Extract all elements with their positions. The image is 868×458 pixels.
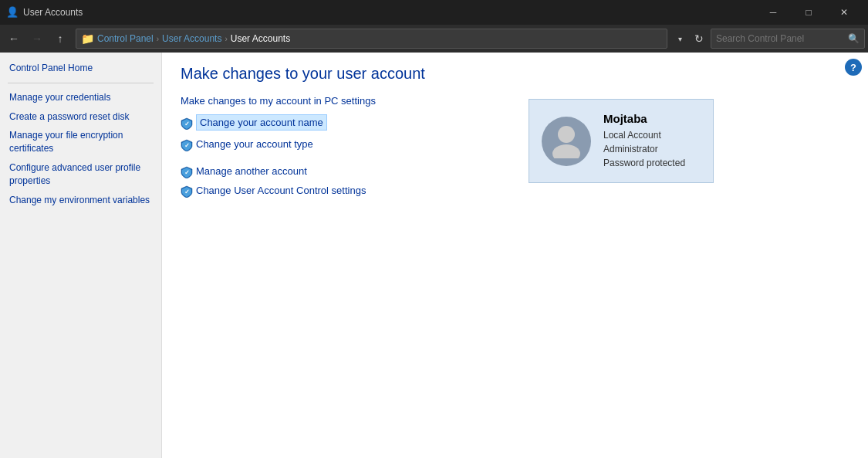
address-field: 📁 Control Panel › User Accounts › User A…	[76, 29, 667, 49]
forward-button[interactable]: →	[26, 28, 48, 49]
manage-another-account-link[interactable]: Manage another account	[196, 165, 307, 177]
shield-icon-4: ✓	[181, 185, 193, 198]
pc-settings-row: Make changes to my account in PC setting…	[181, 95, 849, 110]
search-box[interactable]: 🔍	[711, 29, 865, 49]
uac-settings-row: ✓ Change User Account Control settings	[181, 185, 849, 199]
svg-text:✓: ✓	[184, 142, 190, 149]
title-bar-text: User Accounts	[23, 7, 755, 18]
profile-name: Mojtaba	[603, 112, 685, 125]
search-icon: 🔍	[848, 33, 860, 44]
profile-local-account: Local Account	[603, 128, 685, 142]
window-controls: ─ □ ✕	[755, 0, 862, 25]
uac-settings-link[interactable]: Change User Account Control settings	[196, 185, 366, 196]
pc-settings-link[interactable]: Make changes to my account in PC setting…	[181, 95, 376, 107]
other-actions-group: ✓ Manage another account ✓ Change User A…	[181, 165, 849, 199]
back-button[interactable]: ←	[3, 28, 25, 49]
svg-text:✓: ✓	[184, 188, 190, 195]
title-bar: 👤 User Accounts ─ □ ✕	[0, 0, 868, 25]
profile-info: Mojtaba Local Account Administrator Pass…	[603, 112, 685, 170]
shield-icon-1: ✓	[181, 117, 193, 130]
sidebar-manage-credentials[interactable]: Manage your credentials	[0, 88, 161, 107]
sidebar-environment-variables[interactable]: Change my environment variables	[0, 191, 161, 210]
app-icon: 👤	[6, 6, 19, 19]
shield-icon-3: ✓	[181, 166, 193, 178]
avatar-icon	[551, 124, 582, 158]
change-account-type-row: ✓ Change your account type	[181, 138, 849, 153]
up-button[interactable]: ↑	[49, 28, 71, 49]
svg-point-5	[552, 144, 580, 158]
sidebar-divider	[8, 83, 154, 83]
address-dropdown[interactable]: ▾	[672, 29, 687, 49]
search-input[interactable]	[716, 33, 848, 44]
shield-icon-2: ✓	[181, 139, 193, 151]
svg-point-4	[558, 126, 575, 143]
profile-card: Mojtaba Local Account Administrator Pass…	[529, 99, 714, 183]
main-area: Control Panel Home Manage your credentia…	[0, 53, 868, 458]
page-title: Make changes to your user account	[181, 65, 849, 83]
sidebar: Control Panel Home Manage your credentia…	[0, 53, 162, 458]
change-account-name-link[interactable]: Change your account name	[196, 114, 327, 131]
close-button[interactable]: ✕	[826, 0, 862, 25]
svg-text:✓: ✓	[184, 169, 190, 176]
sidebar-file-encryption[interactable]: Manage your file encryption certificates	[0, 126, 161, 158]
refresh-button[interactable]: ↻	[689, 29, 709, 49]
svg-text:✓: ✓	[184, 120, 190, 127]
avatar	[542, 117, 591, 166]
change-account-name-row: ✓ Change your account name	[181, 114, 849, 134]
content-area: ? Make changes to your user account Make…	[162, 53, 868, 458]
minimize-button[interactable]: ─	[755, 0, 791, 25]
sidebar-control-panel-home[interactable]: Control Panel Home	[0, 59, 161, 78]
account-actions-group: ✓ Change your account name ✓ Change your…	[181, 114, 849, 153]
profile-administrator: Administrator	[603, 142, 685, 156]
manage-another-account-row: ✓ Manage another account	[181, 165, 849, 180]
sidebar-password-reset[interactable]: Create a password reset disk	[0, 107, 161, 127]
breadcrumb-user-accounts-2: User Accounts	[231, 33, 290, 44]
address-bar: ← → ↑ 📁 Control Panel › User Accounts › …	[0, 25, 868, 53]
folder-icon: 📁	[81, 32, 94, 45]
breadcrumb-user-accounts-1[interactable]: User Accounts	[162, 33, 221, 44]
sidebar-advanced-profile[interactable]: Configure advanced user profile properti…	[0, 158, 161, 191]
help-button[interactable]: ?	[845, 59, 862, 76]
change-account-type-link[interactable]: Change your account type	[196, 138, 313, 150]
breadcrumb-control-panel[interactable]: Control Panel	[97, 33, 154, 44]
profile-password-protected: Password protected	[603, 156, 685, 170]
maximize-button[interactable]: □	[791, 0, 826, 25]
